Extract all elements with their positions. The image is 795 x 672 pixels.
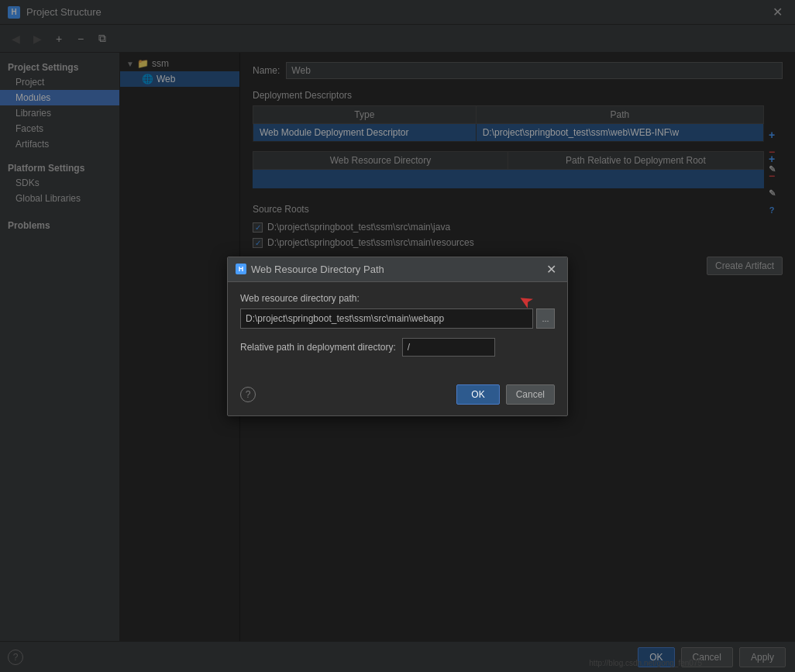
modal-title-left: H Web Resource Directory Path <box>236 264 384 275</box>
modal-body: Web resource directory path: ... ➤ Relat… <box>228 282 567 378</box>
modal-cancel-button[interactable]: Cancel <box>506 384 555 405</box>
modal-help-button[interactable]: ? <box>240 387 256 402</box>
modal-icon: H <box>236 264 246 274</box>
modal-title: Web Resource Directory Path <box>251 264 384 275</box>
modal-rel-label: Relative path in deployment directory: <box>240 342 396 353</box>
modal-input-row: ... ➤ <box>240 308 555 329</box>
modal-field-label: Web resource directory path: <box>240 293 555 304</box>
modal-path-input[interactable] <box>240 308 533 329</box>
modal-dialog: H Web Resource Directory Path ✕ Web reso… <box>227 257 568 416</box>
modal-close-button[interactable]: ✕ <box>543 260 559 278</box>
modal-overlay: H Web Resource Directory Path ✕ Web reso… <box>0 0 795 672</box>
modal-footer-btns: OK Cancel <box>456 384 555 405</box>
modal-title-bar: H Web Resource Directory Path ✕ <box>228 257 567 282</box>
modal-rel-input[interactable] <box>402 338 495 357</box>
modal-browse-button[interactable]: ... <box>536 308 555 329</box>
modal-footer: ? OK Cancel <box>228 378 567 415</box>
modal-ok-button[interactable]: OK <box>456 384 499 405</box>
modal-rel-row: Relative path in deployment directory: <box>240 338 555 357</box>
